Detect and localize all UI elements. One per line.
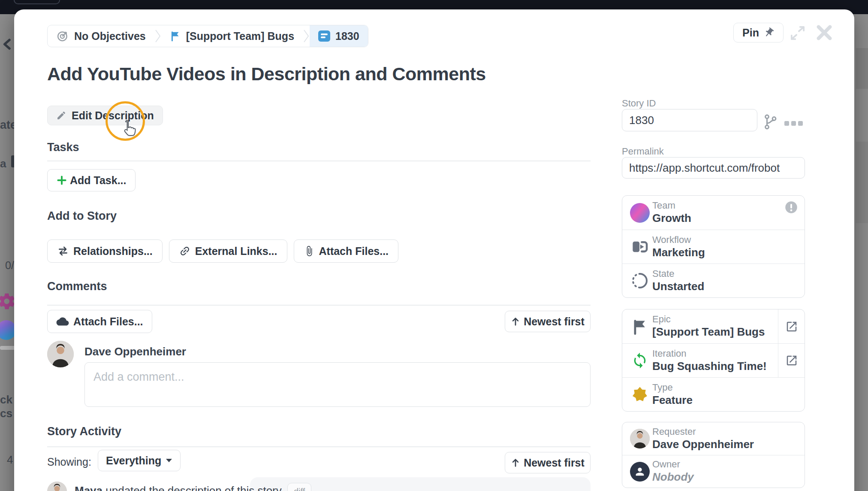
epic-iteration-type-card: Epic [Support Team] Bugs Iteration Bug S… — [622, 309, 805, 412]
edit-description-button[interactable]: Edit Description — [47, 106, 163, 125]
epic-label: Epic — [652, 314, 765, 325]
relationships-icon — [57, 246, 69, 257]
workflow-value: Marketing — [652, 246, 705, 260]
add-task-button[interactable]: Add Task... — [47, 169, 136, 191]
comments-attach-files-button[interactable]: Attach Files... — [47, 310, 152, 333]
activity-filter-dropdown[interactable]: Everything — [98, 450, 181, 471]
external-links-button[interactable]: External Links... — [169, 239, 287, 263]
permalink-input[interactable] — [622, 157, 805, 179]
owner-nobody-icon — [627, 462, 652, 482]
requester-value: Dave Oppenheimer — [652, 438, 754, 452]
background-text: 4 — [7, 453, 13, 467]
arrow-up-icon — [511, 458, 520, 468]
iteration-row[interactable]: Iteration Bug Squashing Time! — [622, 343, 805, 377]
comments-sort-label: Newest first — [524, 315, 585, 328]
workflow-row[interactable]: Workflow Marketing — [622, 230, 805, 264]
divider — [47, 446, 591, 447]
story-activity-heading: Story Activity — [47, 425, 121, 438]
caret-down-icon — [166, 458, 172, 463]
comment-box — [84, 362, 591, 407]
epic-flag-icon — [170, 30, 181, 42]
iteration-label: Iteration — [652, 348, 767, 360]
breadcrumb: No Objectives [Support Team] Bugs 1830 — [47, 25, 368, 47]
requester-avatar — [627, 429, 652, 449]
breadcrumb-objectives[interactable]: No Objectives — [48, 25, 154, 47]
comment-input[interactable] — [84, 362, 591, 407]
tasks-heading: Tasks — [47, 141, 79, 154]
requester-label: Requester — [652, 426, 754, 438]
background-topbar-button — [14, 0, 60, 4]
close-icon[interactable] — [815, 24, 833, 41]
divider — [47, 305, 591, 306]
chevron-right-icon — [303, 25, 310, 47]
story-icon — [318, 30, 330, 42]
pin-button[interactable]: Pin — [733, 23, 784, 42]
activity-sort-label: Newest first — [524, 457, 585, 469]
workflow-label: Workflow — [652, 234, 705, 246]
breadcrumb-label: 1830 — [335, 30, 359, 42]
add-to-story-buttons: Relationships... External Links... Attac… — [47, 239, 398, 263]
divider — [47, 161, 591, 161]
story-id-input[interactable] — [622, 109, 757, 131]
team-row[interactable]: Team Growth — [622, 196, 805, 230]
type-value: Feature — [652, 394, 693, 407]
relationships-button[interactable]: Relationships... — [47, 239, 163, 263]
paperclip-icon — [304, 246, 315, 257]
iteration-external-link-icon[interactable] — [778, 344, 805, 377]
background-text: a — [0, 157, 6, 170]
plus-icon — [56, 175, 67, 186]
attach-files-button[interactable]: Attach Files... — [294, 239, 399, 263]
pencil-icon — [56, 110, 66, 121]
upload-cloud-icon — [56, 316, 69, 327]
workflow-icon — [627, 238, 652, 256]
edit-description-label: Edit Description — [72, 109, 154, 122]
breadcrumb-label: No Objectives — [74, 30, 146, 42]
background-block — [856, 142, 868, 223]
page-title: Add YouTube Videos in Description and Co… — [47, 64, 591, 85]
epic-external-link-icon[interactable] — [778, 309, 805, 343]
background-block — [856, 48, 868, 89]
epic-flag-icon — [627, 318, 652, 335]
more-options-icon[interactable] — [784, 121, 803, 126]
activity-diff-chip[interactable]: diff — [287, 483, 311, 491]
activity-sort-button[interactable]: Newest first — [505, 452, 591, 473]
permalink-label: Permalink — [622, 146, 664, 157]
team-label: Team — [652, 200, 691, 212]
activity-entry-text: Maya updated the description of this sto… — [75, 483, 311, 491]
avatar — [47, 482, 67, 491]
requester-row[interactable]: Requester Dave Oppenheimer — [622, 422, 805, 455]
epic-value: [Support Team] Bugs — [652, 325, 765, 339]
background-bar — [0, 346, 15, 350]
owner-value: Nobody — [652, 470, 694, 484]
requester-owner-card: Requester Dave Oppenheimer Owner Nobody — [622, 422, 805, 488]
team-workflow-state-card: Team Growth Workflow Marketing — [622, 195, 805, 298]
type-row[interactable]: Type Feature — [622, 377, 805, 411]
story-dialog: No Objectives [Support Team] Bugs 1830 P… — [14, 9, 854, 491]
comments-attach-files-label: Attach Files... — [73, 315, 143, 328]
owner-label: Owner — [652, 459, 694, 470]
comments-sort-button[interactable]: Newest first — [505, 311, 591, 332]
team-value: Growth — [652, 212, 691, 225]
git-branch-icon[interactable] — [763, 113, 778, 130]
iteration-value: Bug Squashing Time! — [652, 360, 767, 373]
breadcrumb-story[interactable]: 1830 — [310, 25, 368, 47]
state-row[interactable]: State Unstarted — [622, 264, 805, 297]
story-id-label: Story ID — [622, 98, 656, 109]
add-task-label: Add Task... — [70, 174, 127, 187]
epic-row[interactable]: Epic [Support Team] Bugs — [622, 309, 805, 343]
back-chevron-icon — [1, 37, 14, 52]
link-icon — [179, 245, 191, 257]
breadcrumb-epic[interactable]: [Support Team] Bugs — [161, 25, 303, 47]
comments-heading: Comments — [47, 280, 107, 293]
expand-icon[interactable] — [790, 26, 806, 40]
state-unstarted-icon — [627, 271, 652, 290]
pin-label: Pin — [742, 27, 759, 39]
warning-icon — [785, 201, 798, 214]
pushpin-icon — [763, 27, 775, 38]
activity-entry-user: Maya — [75, 484, 102, 491]
comment-author: Dave Oppenheimer — [84, 345, 186, 358]
state-value: Unstarted — [652, 280, 704, 294]
add-to-story-heading: Add to Story — [47, 209, 117, 223]
owner-row[interactable]: Owner Nobody — [622, 455, 805, 488]
showing-label: Showing: — [47, 456, 91, 468]
